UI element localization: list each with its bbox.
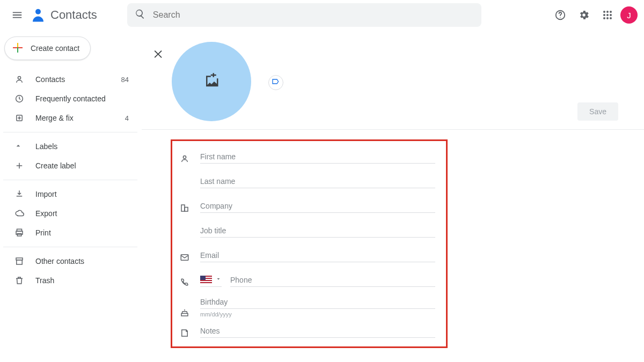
merge-icon xyxy=(14,113,25,123)
sidebar: Create contact Contacts 84 Frequently co… xyxy=(0,30,142,362)
svg-point-8 xyxy=(610,14,612,16)
archive-icon xyxy=(14,256,25,266)
add-photo-icon xyxy=(203,72,219,91)
phone-input[interactable] xyxy=(230,275,435,287)
create-contact-label: Create contact xyxy=(31,44,79,53)
contact-detail-header: Save xyxy=(142,30,644,130)
person-icon xyxy=(14,75,25,84)
search-input[interactable] xyxy=(153,10,474,20)
email-input[interactable] xyxy=(200,250,435,262)
save-button[interactable]: Save xyxy=(577,102,618,121)
sidebar-label: Trash xyxy=(35,276,54,285)
main-panel: Save xyxy=(142,30,644,362)
svg-point-6 xyxy=(603,14,605,16)
svg-point-0 xyxy=(35,9,41,14)
svg-point-9 xyxy=(603,17,605,19)
job-title-input[interactable] xyxy=(200,225,435,238)
sidebar-label: Create label xyxy=(35,161,76,170)
sidebar-item-frequent[interactable]: Frequently contacted xyxy=(3,89,137,108)
sidebar-item-contacts[interactable]: Contacts 84 xyxy=(3,70,137,89)
sidebar-label: Contacts xyxy=(35,75,65,84)
svg-rect-15 xyxy=(17,43,18,47)
svg-point-7 xyxy=(606,14,609,16)
help-icon[interactable] xyxy=(550,4,571,26)
notes-input[interactable] xyxy=(200,326,435,338)
add-photo-button[interactable] xyxy=(172,42,251,121)
apps-icon[interactable] xyxy=(597,4,618,26)
svg-rect-23 xyxy=(17,260,23,264)
mail-icon xyxy=(180,247,191,262)
first-name-input[interactable] xyxy=(200,151,435,164)
contacts-logo-icon xyxy=(30,7,46,23)
sidebar-item-other[interactable]: Other contacts xyxy=(3,252,137,271)
sidebar-item-merge[interactable]: Merge & fix 4 xyxy=(3,108,137,128)
brand[interactable]: Contacts xyxy=(30,7,97,23)
contact-form-highlight: mm/dd/yyyy xyxy=(171,139,448,348)
sidebar-item-trash[interactable]: Trash xyxy=(3,271,137,290)
add-label-button[interactable] xyxy=(268,75,283,90)
plus-icon xyxy=(11,41,24,56)
chevron-down-icon xyxy=(215,275,222,284)
export-icon xyxy=(14,209,25,218)
birthday-input[interactable] xyxy=(200,297,435,309)
svg-point-5 xyxy=(610,11,612,13)
app-title: Contacts xyxy=(50,8,97,22)
person-icon xyxy=(180,149,191,164)
svg-point-10 xyxy=(606,17,609,19)
trash-icon xyxy=(14,276,25,285)
svg-rect-25 xyxy=(181,205,185,211)
settings-icon[interactable] xyxy=(573,4,595,26)
merge-count: 4 xyxy=(125,114,129,122)
svg-point-4 xyxy=(606,11,609,13)
labels-header-text: Labels xyxy=(35,142,57,151)
country-select[interactable] xyxy=(200,275,222,287)
print-icon xyxy=(14,228,25,238)
chevron-up-icon xyxy=(14,142,25,152)
app-header: Contacts J xyxy=(0,0,644,30)
svg-point-3 xyxy=(603,11,605,13)
svg-point-16 xyxy=(18,76,20,79)
search-bar[interactable] xyxy=(127,3,481,27)
contacts-count: 84 xyxy=(121,76,129,84)
profile-initial: J xyxy=(627,11,631,20)
svg-point-24 xyxy=(183,156,186,158)
menu-icon[interactable] xyxy=(6,4,28,26)
close-button[interactable] xyxy=(149,45,167,63)
sidebar-label: Export xyxy=(35,209,57,218)
sidebar-label: Other contacts xyxy=(35,257,84,265)
svg-point-11 xyxy=(610,17,612,19)
company-input[interactable] xyxy=(200,201,435,213)
svg-point-2 xyxy=(560,17,560,18)
label-icon xyxy=(272,77,280,88)
search-icon xyxy=(135,9,145,21)
clock-icon xyxy=(14,94,25,104)
labels-header[interactable]: Labels xyxy=(3,137,137,156)
notes-icon xyxy=(180,323,191,338)
create-contact-button[interactable]: Create contact xyxy=(4,36,91,60)
company-icon xyxy=(180,198,191,213)
us-flag-icon xyxy=(200,276,212,283)
sidebar-label: Frequently contacted xyxy=(35,94,106,103)
svg-rect-14 xyxy=(17,47,18,53)
sidebar-item-print[interactable]: Print xyxy=(3,223,137,242)
phone-icon xyxy=(180,272,191,287)
add-icon xyxy=(14,161,25,171)
last-name-input[interactable] xyxy=(200,176,435,188)
sidebar-label: Merge & fix xyxy=(35,114,74,122)
profile-avatar[interactable]: J xyxy=(620,6,638,24)
sidebar-label: Import xyxy=(35,190,57,198)
sidebar-label: Print xyxy=(35,228,51,237)
sidebar-item-export[interactable]: Export xyxy=(3,204,137,223)
cake-icon xyxy=(180,302,191,317)
import-icon xyxy=(14,189,25,199)
birthday-format-hint: mm/dd/yyyy xyxy=(200,311,435,317)
svg-rect-26 xyxy=(185,208,188,212)
sidebar-item-import[interactable]: Import xyxy=(3,184,137,204)
sidebar-item-create-label[interactable]: Create label xyxy=(3,156,137,175)
